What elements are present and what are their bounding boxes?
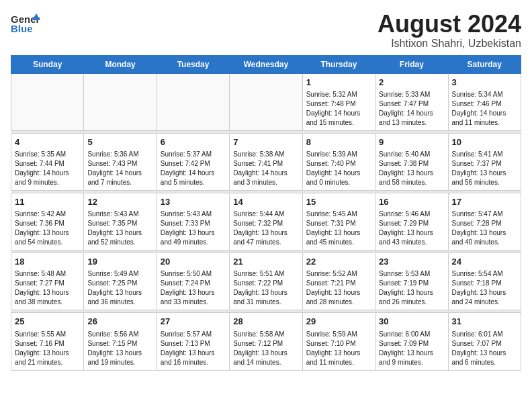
day-number: 1 <box>306 77 371 89</box>
calendar-cell <box>84 73 157 130</box>
day-number: 5 <box>87 136 152 148</box>
calendar-cell <box>11 73 84 130</box>
calendar-table: SundayMondayTuesdayWednesdayThursdayFrid… <box>11 55 521 371</box>
location: Ishtixon Shahri, Uzbekistan <box>378 38 521 50</box>
calendar-cell: 14Sunrise: 5:44 AM Sunset: 7:32 PM Dayli… <box>230 193 302 250</box>
calendar-cell: 31Sunrise: 6:01 AM Sunset: 7:07 PM Dayli… <box>448 313 521 370</box>
calendar-cell: 1Sunrise: 5:32 AM Sunset: 7:48 PM Daylig… <box>302 73 375 130</box>
calendar-cell: 28Sunrise: 5:58 AM Sunset: 7:12 PM Dayli… <box>230 313 302 370</box>
day-number: 2 <box>379 77 444 89</box>
day-number: 30 <box>379 316 444 328</box>
calendar-cell: 29Sunrise: 5:59 AM Sunset: 7:10 PM Dayli… <box>302 313 375 370</box>
day-info: Sunrise: 5:38 AM Sunset: 7:41 PM Dayligh… <box>233 150 298 187</box>
calendar-cell: 12Sunrise: 5:43 AM Sunset: 7:35 PM Dayli… <box>84 193 157 250</box>
day-number: 10 <box>452 136 517 148</box>
day-number: 3 <box>452 77 517 89</box>
calendar-cell: 30Sunrise: 6:00 AM Sunset: 7:09 PM Dayli… <box>375 313 448 370</box>
day-number: 16 <box>379 196 444 208</box>
day-number: 15 <box>306 196 371 208</box>
weekday-header-row: SundayMondayTuesdayWednesdayThursdayFrid… <box>11 55 521 73</box>
day-info: Sunrise: 5:42 AM Sunset: 7:36 PM Dayligh… <box>15 210 80 247</box>
day-info: Sunrise: 5:50 AM Sunset: 7:24 PM Dayligh… <box>161 269 226 307</box>
day-info: Sunrise: 5:33 AM Sunset: 7:47 PM Dayligh… <box>379 90 444 128</box>
calendar-week-3: 11Sunrise: 5:42 AM Sunset: 7:36 PM Dayli… <box>11 193 521 250</box>
calendar-cell: 9Sunrise: 5:40 AM Sunset: 7:38 PM Daylig… <box>375 133 448 190</box>
day-number: 19 <box>87 256 152 268</box>
day-info: Sunrise: 5:41 AM Sunset: 7:37 PM Dayligh… <box>452 150 517 187</box>
day-info: Sunrise: 6:00 AM Sunset: 7:09 PM Dayligh… <box>379 330 444 367</box>
logo-icon: General Blue <box>11 11 40 35</box>
calendar-cell: 26Sunrise: 5:56 AM Sunset: 7:15 PM Dayli… <box>84 313 157 370</box>
day-info: Sunrise: 5:43 AM Sunset: 7:33 PM Dayligh… <box>161 210 226 247</box>
day-number: 4 <box>15 136 80 148</box>
day-number: 18 <box>15 256 80 268</box>
day-number: 6 <box>161 136 226 148</box>
day-number: 25 <box>15 316 80 328</box>
calendar-cell: 27Sunrise: 5:57 AM Sunset: 7:13 PM Dayli… <box>157 313 229 370</box>
calendar-cell: 2Sunrise: 5:33 AM Sunset: 7:47 PM Daylig… <box>375 73 448 130</box>
day-info: Sunrise: 5:32 AM Sunset: 7:48 PM Dayligh… <box>306 90 371 128</box>
day-info: Sunrise: 5:34 AM Sunset: 7:46 PM Dayligh… <box>452 90 517 128</box>
day-info: Sunrise: 5:54 AM Sunset: 7:18 PM Dayligh… <box>452 269 517 307</box>
day-info: Sunrise: 5:37 AM Sunset: 7:42 PM Dayligh… <box>161 150 226 187</box>
day-number: 24 <box>452 256 517 268</box>
day-number: 26 <box>87 316 152 328</box>
day-info: Sunrise: 6:01 AM Sunset: 7:07 PM Dayligh… <box>452 330 517 367</box>
calendar-cell: 4Sunrise: 5:35 AM Sunset: 7:44 PM Daylig… <box>11 133 84 190</box>
day-info: Sunrise: 5:43 AM Sunset: 7:35 PM Dayligh… <box>87 210 152 247</box>
calendar-cell: 19Sunrise: 5:49 AM Sunset: 7:25 PM Dayli… <box>84 253 157 310</box>
calendar-cell: 8Sunrise: 5:39 AM Sunset: 7:40 PM Daylig… <box>302 133 375 190</box>
day-info: Sunrise: 5:45 AM Sunset: 7:31 PM Dayligh… <box>306 210 371 247</box>
day-number: 9 <box>379 136 444 148</box>
calendar-cell: 24Sunrise: 5:54 AM Sunset: 7:18 PM Dayli… <box>448 253 521 310</box>
day-number: 11 <box>15 196 80 208</box>
weekday-header-wednesday: Wednesday <box>230 55 302 73</box>
weekday-header-friday: Friday <box>375 55 448 73</box>
calendar-cell <box>157 73 229 130</box>
day-info: Sunrise: 5:52 AM Sunset: 7:21 PM Dayligh… <box>306 269 371 307</box>
day-info: Sunrise: 5:40 AM Sunset: 7:38 PM Dayligh… <box>379 150 444 187</box>
day-number: 14 <box>233 196 298 208</box>
calendar-cell: 6Sunrise: 5:37 AM Sunset: 7:42 PM Daylig… <box>157 133 229 190</box>
day-number: 29 <box>306 316 371 328</box>
page-header: General Blue August 2024 Ishtixon Shahri… <box>11 11 521 50</box>
calendar-cell: 21Sunrise: 5:51 AM Sunset: 7:22 PM Dayli… <box>230 253 302 310</box>
day-info: Sunrise: 5:58 AM Sunset: 7:12 PM Dayligh… <box>233 330 298 367</box>
calendar-cell: 22Sunrise: 5:52 AM Sunset: 7:21 PM Dayli… <box>302 253 375 310</box>
day-number: 27 <box>161 316 226 328</box>
calendar-week-4: 18Sunrise: 5:48 AM Sunset: 7:27 PM Dayli… <box>11 253 521 310</box>
day-number: 7 <box>233 136 298 148</box>
day-number: 8 <box>306 136 371 148</box>
weekday-header-thursday: Thursday <box>302 55 375 73</box>
day-number: 22 <box>306 256 371 268</box>
calendar-cell: 25Sunrise: 5:55 AM Sunset: 7:16 PM Dayli… <box>11 313 84 370</box>
calendar-cell: 13Sunrise: 5:43 AM Sunset: 7:33 PM Dayli… <box>157 193 229 250</box>
day-info: Sunrise: 5:53 AM Sunset: 7:19 PM Dayligh… <box>379 269 444 307</box>
weekday-header-sunday: Sunday <box>11 55 84 73</box>
day-info: Sunrise: 5:55 AM Sunset: 7:16 PM Dayligh… <box>15 330 80 367</box>
calendar-cell: 3Sunrise: 5:34 AM Sunset: 7:46 PM Daylig… <box>448 73 521 130</box>
day-info: Sunrise: 5:47 AM Sunset: 7:28 PM Dayligh… <box>452 210 517 247</box>
calendar-cell: 17Sunrise: 5:47 AM Sunset: 7:28 PM Dayli… <box>448 193 521 250</box>
svg-text:Blue: Blue <box>11 23 33 34</box>
day-info: Sunrise: 5:51 AM Sunset: 7:22 PM Dayligh… <box>233 269 298 307</box>
day-info: Sunrise: 5:44 AM Sunset: 7:32 PM Dayligh… <box>233 210 298 247</box>
day-number: 12 <box>87 196 152 208</box>
day-info: Sunrise: 5:48 AM Sunset: 7:27 PM Dayligh… <box>15 269 80 307</box>
month-title: August 2024 <box>378 11 521 38</box>
day-number: 31 <box>452 316 517 328</box>
weekday-header-monday: Monday <box>84 55 157 73</box>
day-info: Sunrise: 5:57 AM Sunset: 7:13 PM Dayligh… <box>161 330 226 367</box>
day-info: Sunrise: 5:56 AM Sunset: 7:15 PM Dayligh… <box>87 330 152 367</box>
day-info: Sunrise: 5:39 AM Sunset: 7:40 PM Dayligh… <box>306 150 371 187</box>
day-info: Sunrise: 5:35 AM Sunset: 7:44 PM Dayligh… <box>15 150 80 187</box>
calendar-cell: 5Sunrise: 5:36 AM Sunset: 7:43 PM Daylig… <box>84 133 157 190</box>
day-number: 28 <box>233 316 298 328</box>
calendar-cell: 20Sunrise: 5:50 AM Sunset: 7:24 PM Dayli… <box>157 253 229 310</box>
day-info: Sunrise: 5:36 AM Sunset: 7:43 PM Dayligh… <box>87 150 152 187</box>
title-block: August 2024 Ishtixon Shahri, Uzbekistan <box>378 11 521 50</box>
weekday-header-tuesday: Tuesday <box>157 55 229 73</box>
logo: General Blue <box>11 11 43 35</box>
calendar-cell: 7Sunrise: 5:38 AM Sunset: 7:41 PM Daylig… <box>230 133 302 190</box>
calendar-cell: 16Sunrise: 5:46 AM Sunset: 7:29 PM Dayli… <box>375 193 448 250</box>
